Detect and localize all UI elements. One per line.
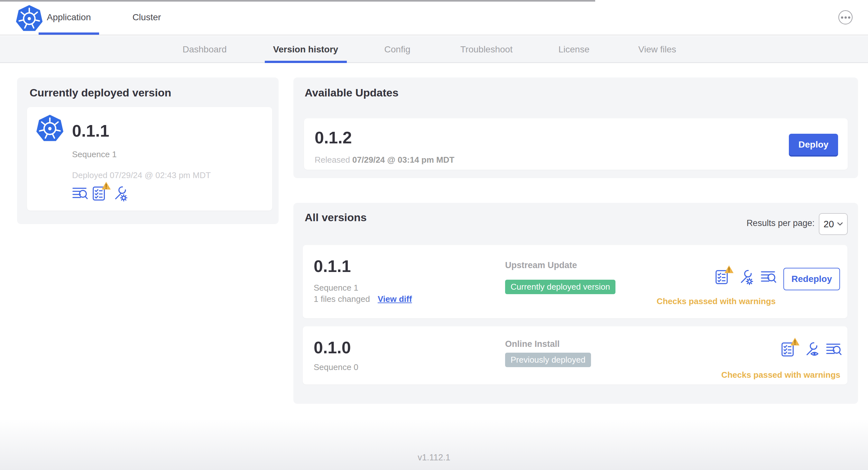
preflight-checks-warning-icon[interactable] — [715, 269, 731, 286]
panel-title: Currently deployed version — [30, 87, 171, 99]
released-timestamp: 07/29/24 @ 03:14 pm MDT — [352, 155, 454, 165]
tab-dashboard[interactable]: Dashboard — [183, 36, 227, 63]
available-updates-panel: Available Updates 0.1.2 Released 07/29/2… — [293, 77, 858, 178]
row-files-changed: 1 files changedView diff — [314, 294, 412, 304]
row-sequence: Sequence 1 — [314, 283, 359, 293]
tab-license[interactable]: License — [559, 36, 590, 63]
warning-triangle-icon — [101, 181, 111, 190]
ellipsis-icon — [841, 16, 850, 19]
status-badge: Currently deployed version — [505, 280, 615, 294]
deployed-sequence: Sequence 1 — [72, 149, 117, 160]
tab-config[interactable]: Config — [384, 36, 410, 63]
view-config-icon[interactable] — [803, 341, 819, 358]
config-icon[interactable] — [112, 185, 128, 202]
all-versions-panel: All versions Results per page: 20 0.1.1 … — [293, 203, 858, 404]
deployed-timestamp: Deployed 07/29/24 @ 02:43 pm MDT — [72, 170, 211, 180]
warning-triangle-icon — [790, 337, 800, 346]
row-source: Upstream Update — [505, 260, 577, 270]
tab-cluster-management[interactable]: Cluster Management — [107, 0, 186, 35]
active-tab-underline — [265, 61, 347, 63]
results-per-page-label: Results per page: — [673, 218, 815, 228]
version-row: 0.1.1 Sequence 1 1 files changedView dif… — [303, 245, 847, 318]
row-version-number: 0.1.0 — [314, 338, 351, 357]
preflight-checks-warning-icon[interactable] — [92, 185, 108, 202]
update-released-line: Released 07/29/24 @ 03:14 pm MDT — [315, 155, 454, 165]
window-top-edge — [0, 0, 595, 2]
tab-troubleshoot[interactable]: Troubleshoot — [460, 36, 513, 63]
row-source: Online Install — [505, 339, 560, 349]
currently-deployed-panel: Currently deployed version 0.1.1 Sequenc… — [17, 77, 279, 224]
app-subnav: Dashboard Version history Config Trouble… — [0, 36, 868, 63]
tab-application[interactable]: Application — [39, 0, 99, 35]
row-version-number: 0.1.1 — [314, 257, 351, 276]
released-label: Released — [315, 155, 350, 165]
panel-title: All versions — [305, 211, 367, 224]
warning-triangle-icon — [724, 265, 734, 274]
update-card: 0.1.2 Released 07/29/24 @ 03:14 pm MDT D… — [304, 118, 848, 170]
deployed-version-actions — [72, 185, 128, 202]
chevron-down-icon — [837, 222, 843, 226]
release-notes-icon[interactable] — [72, 185, 88, 202]
deploy-button[interactable]: Deploy — [789, 134, 838, 155]
primary-navbar: Application Cluster Management — [0, 0, 868, 35]
row-actions — [781, 341, 842, 358]
status-badge: Previously deployed — [505, 352, 591, 367]
tab-view-files[interactable]: View files — [638, 36, 676, 63]
release-notes-icon[interactable] — [826, 341, 842, 358]
row-sequence: Sequence 0 — [314, 362, 359, 372]
view-diff-link[interactable]: View diff — [378, 294, 412, 304]
row-actions — [715, 269, 777, 286]
panel-title: Available Updates — [305, 87, 399, 99]
checks-status-link[interactable]: Checks passed with warnings — [624, 296, 776, 306]
results-per-page-select[interactable]: 20 — [819, 213, 848, 235]
deployed-version-number: 0.1.1 — [72, 121, 110, 140]
preflight-checks-warning-icon[interactable] — [781, 341, 797, 358]
version-row: 0.1.0 Sequence 0 Online Install Previous… — [303, 326, 847, 384]
release-notes-icon[interactable] — [761, 269, 777, 286]
overflow-menu-button[interactable] — [838, 10, 852, 25]
checks-status-link[interactable]: Checks passed with warnings — [689, 370, 840, 380]
admin-console-screen: Application Cluster Management Dashboard… — [0, 0, 868, 470]
kubernetes-logo-icon — [36, 114, 64, 143]
deployed-version-card: 0.1.1 Sequence 1 Deployed 07/29/24 @ 02:… — [27, 107, 272, 210]
config-icon[interactable] — [738, 269, 754, 286]
results-per-page-value: 20 — [824, 219, 834, 230]
tab-version-history[interactable]: Version history — [273, 36, 338, 63]
console-version: v1.112.1 — [0, 452, 868, 463]
redeploy-button[interactable]: Redeploy — [783, 268, 840, 290]
update-version-number: 0.1.2 — [315, 128, 352, 147]
